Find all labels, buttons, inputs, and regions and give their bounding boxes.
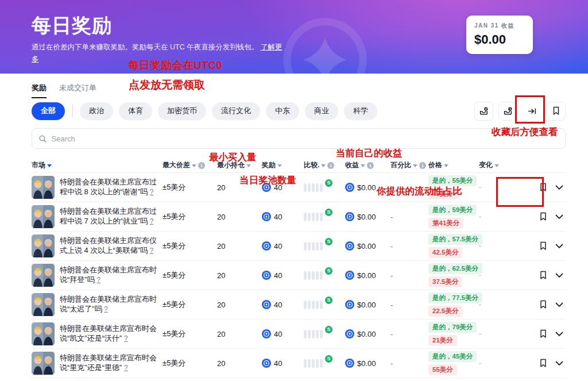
max-spread-value: ±5美分 [163, 299, 217, 310]
coin-icon [345, 271, 354, 280]
market-question: 特朗普会在美联储主席宣布过程中说 8 次以上的“谢谢”吗 ? [60, 178, 157, 197]
arrow-to-bar-button[interactable] [523, 102, 541, 121]
category-pill-0[interactable]: 全部 [32, 102, 65, 120]
market-thumbnail [32, 352, 55, 375]
reward-value: 40 [274, 330, 282, 338]
column-header-5[interactable]: 收益i [345, 160, 390, 170]
earnings-value: $0.00 [357, 271, 376, 280]
compare-bars: S [304, 359, 327, 368]
table-row[interactable]: 特朗普会在美联储主席宣布仪式上说 4 次以上“美联储”吗 ? ±5美分 20 4… [32, 232, 566, 261]
row-expand-button[interactable] [555, 214, 563, 220]
question-help-link[interactable]: ? [96, 276, 100, 284]
table-row[interactable]: 特朗普会在美联储主席宣布时说“拜登”吗 ? ±5美分 20 40 S $0 [32, 261, 566, 290]
max-spread-value: ±5美分 [163, 270, 217, 280]
row-actions [513, 241, 566, 251]
row-bookmark-button[interactable] [539, 241, 547, 251]
price-cell: 是的，79美分 21美分 [428, 322, 479, 346]
category-pill-3[interactable]: 加密货币 [158, 102, 206, 120]
price-cell: 是的，62.5美分 37.5美分 [428, 263, 479, 287]
bookmark-icon [539, 300, 547, 309]
tray-clock-button[interactable] [498, 102, 517, 121]
reward-cell: 40 [262, 359, 304, 368]
category-pill-2[interactable]: 体育 [119, 102, 152, 120]
question-help-link[interactable]: ? [150, 247, 154, 255]
arrow-to-bar-icon [527, 106, 537, 116]
column-header-0[interactable]: 市场 [32, 160, 163, 170]
compare-cell: S [304, 330, 345, 338]
table-row[interactable]: 特朗普会在美联储主席宣布时说“太迟了”吗 ? ±5美分 20 40 S $ [32, 290, 566, 320]
question-help-link[interactable]: ? [124, 334, 128, 342]
watchlist-bookmark-button[interactable] [547, 102, 566, 121]
row-expand-button[interactable] [555, 361, 563, 366]
info-icon[interactable]: i [367, 162, 374, 169]
row-bookmark-button[interactable] [539, 329, 547, 338]
row-expand-button[interactable] [555, 302, 563, 307]
price-no-pill: 37.5美分 [428, 276, 462, 287]
row-bookmark-button[interactable] [539, 212, 547, 221]
column-header-7[interactable]: 价格 [428, 160, 479, 170]
category-pill-7[interactable]: 科学 [344, 102, 377, 120]
question-help-link[interactable]: ? [150, 217, 154, 225]
column-header-2[interactable]: 最小持仓 [217, 160, 262, 170]
price-yes-pill: 是的，59美分 [428, 205, 477, 215]
bookmark-icon [539, 271, 547, 280]
column-header-1[interactable]: 最大价差i [163, 160, 217, 170]
row-expand-button[interactable] [555, 185, 563, 190]
earnings-cell: $0.00 [345, 183, 390, 192]
category-pill-1[interactable]: 政治 [80, 102, 113, 120]
table-row[interactable]: 特朗普会在美联储主席宣布过程中说 8 次以上的“谢谢”吗 ? ±5美分 20 4… [32, 173, 566, 202]
earnings-cell: $0.00 [345, 271, 390, 280]
percent-value: - [390, 271, 428, 280]
row-expand-button[interactable] [555, 273, 563, 278]
market-thumbnail [32, 322, 55, 345]
market-question: 特朗普会在美联储主席宣布仪式上说 4 次以上“美联储”吗 ? [60, 236, 157, 256]
min-shares-value: 20 [217, 183, 262, 192]
coin-icon [345, 329, 354, 338]
column-header-6[interactable]: 百分比i [390, 160, 428, 170]
row-expand-button[interactable] [555, 244, 563, 249]
tab-bar: 奖励未成交订单 [32, 74, 566, 98]
table-row[interactable]: 特朗普会在美联储主席宣布过程中说 7 次以上的“就业”吗 ? ±5美分 20 4… [32, 202, 566, 232]
row-bookmark-button[interactable] [539, 271, 547, 280]
market-cell: 特朗普会在美联储主席宣布仪式上说 4 次以上“美联储”吗 ? [32, 234, 163, 257]
compare-cell: S [304, 213, 345, 221]
spread-badge-icon: S [325, 326, 332, 333]
question-help-link[interactable]: ? [124, 364, 128, 372]
compare-cell: S [304, 301, 345, 309]
price-yes-pill: 是的，55美分 [428, 175, 477, 186]
column-header-4[interactable]: 比较.i [304, 160, 345, 170]
reward-cell: 40 [262, 212, 304, 221]
filter-row: 全部政治体育加密货币流行文化中东商业科学 [32, 101, 566, 121]
column-header-8[interactable]: 变化 [479, 160, 513, 170]
info-icon[interactable]: i [327, 162, 334, 169]
question-help-link[interactable]: ? [104, 305, 108, 313]
earnings-cell: $0.00 [345, 359, 390, 368]
category-pill-5[interactable]: 中东 [266, 102, 299, 120]
min-shares-value: 20 [217, 359, 262, 368]
search-input[interactable] [52, 134, 559, 143]
compare-cell: S [304, 359, 345, 368]
category-pill-6[interactable]: 商业 [305, 102, 338, 120]
category-pill-4[interactable]: 流行文化 [212, 102, 260, 120]
price-yes-pill: 是的，77.5美分 [428, 293, 482, 303]
earnings-value: $0.00 [357, 301, 376, 309]
market-cell: 特朗普会在美联储主席宣布时说“拜登”吗 ? [32, 264, 163, 287]
coin-icon [262, 212, 271, 221]
search-box [32, 128, 566, 149]
tab-open-orders[interactable]: 未成交订单 [59, 83, 96, 97]
info-icon[interactable]: i [419, 162, 426, 169]
earnings-value: $0.00 [357, 213, 376, 221]
price-cell: 是的，77.5美分 22.5美分 [428, 293, 479, 317]
row-bookmark-button[interactable] [539, 359, 547, 368]
row-bookmark-button[interactable] [539, 183, 547, 192]
question-help-link[interactable]: ? [150, 188, 154, 196]
price-cell: 是的，45美分 55美分 [428, 351, 479, 375]
row-bookmark-button[interactable] [539, 300, 547, 309]
table-row[interactable]: 特朗普在美联储主席宣布时会说“里克”还是“里德” ? ±5美分 20 40 S [32, 349, 566, 378]
table-row[interactable]: 特朗普在美联储主席宣布时会说“凯文”还是“沃什” ? ±5美分 20 40 S [32, 320, 566, 349]
row-expand-button[interactable] [555, 332, 563, 337]
tray-check-button[interactable] [474, 102, 493, 121]
tab-rewards[interactable]: 奖励 [32, 83, 47, 98]
column-header-3[interactable]: 奖励 [262, 160, 304, 170]
info-icon[interactable]: i [198, 162, 205, 169]
